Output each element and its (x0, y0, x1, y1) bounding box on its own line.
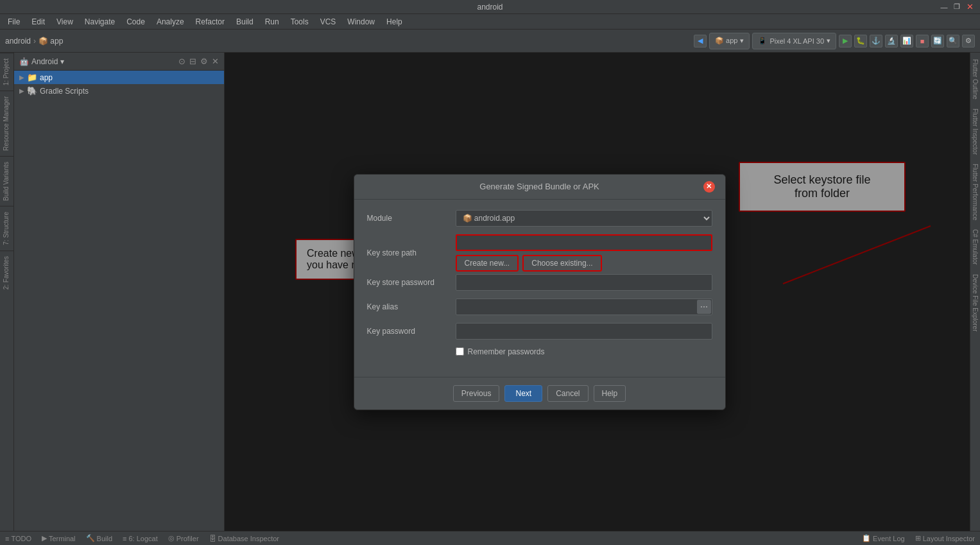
key-alias-browse-button[interactable]: ⋯ (697, 300, 711, 314)
menu-run[interactable]: Run (260, 16, 284, 28)
tree-item-gradle[interactable]: ▶ 🐘 Gradle Scripts (14, 84, 224, 98)
key-alias-row: Key alias ⋯ (367, 298, 712, 315)
app-selector-button[interactable]: 📦 app ▾ (709, 33, 750, 49)
left-vertical-tabs: 1: Project Resource Manager Build Varian… (0, 53, 14, 531)
module-label: Module (367, 214, 451, 223)
tab-flutter-outline[interactable]: Flutter Outline (970, 55, 980, 103)
tab-structure[interactable]: 7: Structure (0, 206, 13, 250)
tab-emulator[interactable]: C# Emulator (970, 225, 980, 269)
menu-edit[interactable]: Edit (26, 16, 50, 28)
bottom-terminal[interactable]: ▶ Terminal (42, 534, 76, 542)
breadcrumb: android › 📦 app (5, 37, 63, 46)
menu-file[interactable]: File (3, 16, 25, 28)
search-icon[interactable]: 🔍 (947, 35, 959, 48)
breadcrumb-root[interactable]: android (5, 37, 31, 46)
menu-window[interactable]: Window (342, 16, 380, 28)
project-panel: 🤖 Android ▾ ⊙ ⊟ ⚙ ✕ ▶ 📁 app ▶ 🐘 Gradle S… (14, 53, 225, 531)
project-title-label: Android (31, 57, 58, 66)
scope-icon[interactable]: ⊙ (178, 56, 185, 66)
project-header: 🤖 Android ▾ ⊙ ⊟ ⚙ ✕ (14, 53, 224, 71)
key-password-label: Key password (367, 327, 451, 336)
coverage-icon[interactable]: 📊 (900, 35, 913, 48)
next-button[interactable]: Next (504, 385, 542, 402)
dialog-close-button[interactable]: ✕ (703, 181, 715, 193)
menu-vcs[interactable]: VCS (315, 16, 341, 28)
tree-arrow-gradle: ▶ (19, 87, 24, 94)
tab-flutter-inspector[interactable]: Flutter Inspector (970, 105, 980, 159)
menu-bar: File Edit View Navigate Code Analyze Ref… (0, 14, 980, 30)
bottom-todo[interactable]: ≡ TODO (5, 535, 31, 542)
menu-code[interactable]: Code (121, 16, 150, 28)
keystore-buttons: Create new... Choose existing... (456, 255, 712, 272)
keystore-password-input[interactable] (456, 274, 712, 291)
tab-build-variants[interactable]: Build Variants (0, 156, 13, 206)
key-alias-label: Key alias (367, 302, 451, 311)
bottom-database-inspector[interactable]: 🗄 Database Inspector (209, 535, 279, 542)
choose-existing-button[interactable]: Choose existing... (522, 255, 601, 272)
content-area: Create new keystore file you have not cr… (225, 53, 970, 531)
sync-icon[interactable]: 🔄 (931, 35, 944, 48)
bottom-bar: ≡ TODO ▶ Terminal 🔨 Build ≡ 6: Logcat ◎ … (0, 531, 980, 545)
tab-project[interactable]: 1: Project (0, 53, 13, 91)
bottom-profiler[interactable]: ◎ Profiler (168, 534, 199, 542)
back-navigation-icon[interactable]: ◀ (694, 35, 707, 48)
breadcrumb-app[interactable]: 📦 app (39, 37, 63, 46)
logcat-icon: ≡ (123, 535, 126, 542)
debug-button[interactable]: 🐛 (854, 35, 867, 48)
keystore-path-input[interactable] (456, 234, 712, 251)
keystore-password-row: Key store password (367, 274, 712, 291)
menu-tools[interactable]: Tools (286, 16, 314, 28)
bottom-build[interactable]: 🔨 Build (86, 534, 112, 542)
key-password-input[interactable] (456, 323, 712, 340)
bottom-logcat[interactable]: ≡ 6: Logcat (123, 535, 158, 542)
menu-build[interactable]: Build (231, 16, 259, 28)
stop-button[interactable]: ■ (916, 35, 929, 48)
build-icon: 🔨 (86, 534, 95, 542)
layout-inspector-label: Layout Inspector (923, 535, 975, 542)
keystore-password-label: Key store password (367, 278, 451, 287)
android-icon: 🤖 (19, 57, 29, 66)
create-new-button[interactable]: Create new... (456, 255, 519, 272)
close-panel-icon[interactable]: ✕ (212, 56, 219, 66)
attach-debugger-icon[interactable]: ⚓ (870, 35, 882, 48)
menu-refactor[interactable]: Refactor (191, 16, 230, 28)
profile-button[interactable]: 🔬 (885, 35, 898, 48)
build-label: Build (97, 535, 112, 542)
modal-overlay: Generate Signed Bundle or APK ✕ Module 📦… (225, 53, 970, 531)
tab-favorites[interactable]: 2: Favorites (0, 250, 13, 295)
menu-view[interactable]: View (51, 16, 78, 28)
run-button[interactable]: ▶ (839, 35, 852, 48)
device-selector-button[interactable]: 📱 Pixel 4 XL API 30 ▾ (752, 33, 836, 49)
menu-navigate[interactable]: Navigate (80, 16, 120, 28)
profiler-icon: ◎ (168, 534, 175, 542)
tab-resource-manager[interactable]: Resource Manager (0, 91, 13, 156)
bottom-event-log[interactable]: 📋 Event Log (862, 534, 905, 542)
tab-flutter-performance[interactable]: Flutter Performance (970, 160, 980, 224)
menu-analyze[interactable]: Analyze (151, 16, 189, 28)
keystore-path-label: Key store path (367, 248, 451, 257)
menu-help[interactable]: Help (381, 16, 408, 28)
key-password-row: Key password (367, 323, 712, 340)
tree-label-gradle: Gradle Scripts (40, 87, 89, 96)
close-button[interactable]: ✕ (965, 2, 975, 12)
cancel-button[interactable]: Cancel (547, 385, 588, 402)
gear-icon[interactable]: ⚙ (200, 56, 208, 66)
project-dropdown-icon[interactable]: ▾ (60, 57, 64, 66)
key-alias-input[interactable] (456, 298, 712, 315)
help-button[interactable]: Help (594, 385, 626, 402)
maximize-button[interactable]: ❐ (952, 2, 962, 12)
tree-label-app: app (40, 73, 53, 82)
tree-item-app[interactable]: ▶ 📁 app (14, 71, 224, 84)
module-select[interactable]: 📦 android.app (456, 210, 712, 227)
minimize-button[interactable]: — (939, 2, 949, 12)
collapse-all-icon[interactable]: ⊟ (189, 56, 196, 66)
bottom-layout-inspector[interactable]: ⊞ Layout Inspector (915, 534, 975, 542)
remember-passwords-label: Remember passwords (468, 347, 545, 356)
todo-label: TODO (11, 535, 31, 542)
app-selector-label: 📦 app (715, 37, 737, 45)
remember-passwords-checkbox[interactable] (456, 347, 464, 356)
keystore-path-input-group: Create new... Choose existing... (456, 234, 712, 272)
tab-device-file-explorer[interactable]: Device File Explorer (970, 270, 980, 335)
previous-button[interactable]: Previous (453, 385, 500, 402)
settings-icon[interactable]: ⚙ (962, 35, 975, 48)
